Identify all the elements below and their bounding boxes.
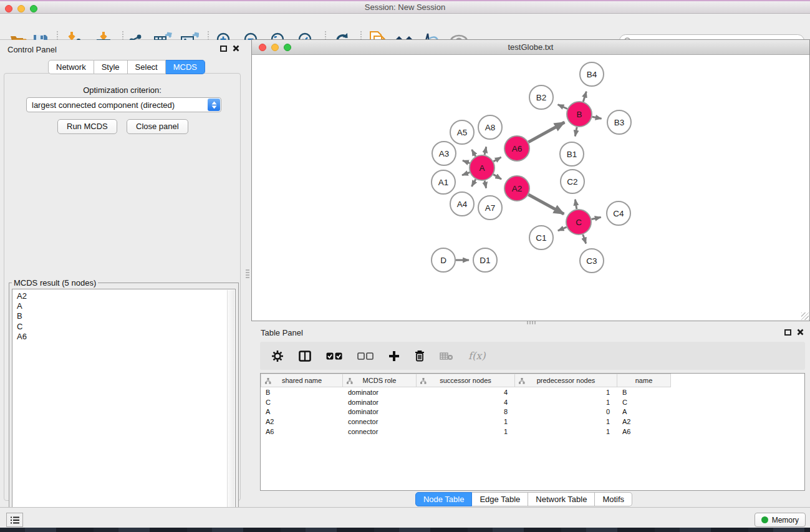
edge-A-A3[interactable] [463,160,470,163]
tab-mcds[interactable]: MCDS [166,60,205,74]
node-A1[interactable]: A1 [432,170,455,194]
column-header-successor-nodes[interactable]: successor nodes [417,374,515,387]
tab-style[interactable]: Style [94,60,128,74]
tab-select[interactable]: Select [128,60,166,74]
node-A3[interactable]: A3 [432,142,456,165]
column-header-name[interactable]: name [617,374,671,387]
edge-A-A6[interactable] [493,157,501,162]
table-row[interactable]: Bdominator41B [261,387,804,397]
cell-predecessor-nodes[interactable]: 1 [515,389,617,396]
edge-A-A1[interactable] [462,172,470,175]
edge-A2-C[interactable] [528,195,564,214]
column-header-predecessor-nodes[interactable]: predecessor nodes [515,374,617,387]
zoom-view-icon[interactable] [284,44,291,51]
cell-shared-name[interactable]: C [261,399,343,406]
edge-A-A8[interactable] [485,147,486,155]
node-A[interactable]: A [470,155,494,180]
column-layout-icon[interactable] [299,351,311,362]
cell-MCDS-role[interactable]: dominator [343,408,417,415]
mcds-result-item[interactable]: A [17,301,235,311]
cell-predecessor-nodes[interactable]: 1 [515,418,617,425]
table-header-row[interactable]: shared nameMCDS rolesuccessor nodesprede… [261,374,804,387]
cell-shared-name[interactable]: A [261,408,343,415]
node-A8[interactable]: A8 [478,115,502,139]
node-D[interactable]: D [432,248,455,272]
close-window-icon[interactable] [5,5,12,12]
cell-successor-nodes[interactable]: 8 [417,408,515,415]
node-B2[interactable]: B2 [529,85,553,109]
cell-predecessor-nodes[interactable]: 0 [515,408,617,415]
cell-name[interactable]: B [617,389,671,396]
window-controls[interactable] [5,5,37,12]
node-C2[interactable]: C2 [561,170,584,193]
node-A5[interactable]: A5 [450,120,474,144]
edge-A-A4[interactable] [471,179,475,186]
cell-shared-name[interactable]: A2 [261,418,343,425]
cell-MCDS-role[interactable]: dominator [343,389,417,396]
node-A2[interactable]: A2 [504,176,529,201]
task-history-button[interactable] [6,513,23,527]
zoom-window-icon[interactable] [30,5,37,12]
node-B4[interactable]: B4 [580,62,604,86]
node-C3[interactable]: C3 [580,249,604,273]
tab-edge-table[interactable]: Edge Table [472,492,528,506]
node-B1[interactable]: B1 [560,142,584,166]
edge-A-A7[interactable] [485,181,486,188]
table-row[interactable]: Adominator80A [261,407,804,417]
scrollbar-track[interactable] [227,290,234,532]
cell-shared-name[interactable]: B [261,389,343,396]
table-row[interactable]: A6connector11A6 [261,427,804,437]
delete-table-icon[interactable] [440,352,453,360]
node-A7[interactable]: A7 [478,196,502,220]
function-builder-icon[interactable]: f(x) [468,350,485,362]
minimize-view-icon[interactable] [271,44,279,51]
memory-button[interactable]: Memory [755,513,806,527]
edge-A6-B[interactable] [528,122,564,142]
table-body[interactable]: Bdominator41BCdominator41CAdominator80AA… [261,387,804,437]
delete-column-icon[interactable] [415,350,425,362]
mcds-result-item[interactable]: B [17,311,235,321]
edge-A-A5[interactable] [472,150,476,157]
tab-network[interactable]: Network [48,60,94,74]
table-row[interactable]: A2connector11A2 [261,417,804,427]
node-C[interactable]: C [566,210,591,235]
node-table[interactable]: shared nameMCDS rolesuccessor nodesprede… [260,373,805,491]
column-header-MCDS-role[interactable]: MCDS role [343,374,417,387]
cell-name[interactable]: C [617,399,671,406]
vertical-splitter[interactable] [244,40,251,507]
edge-B-B4[interactable] [583,92,586,102]
cell-successor-nodes[interactable]: 1 [417,418,515,425]
minimize-window-icon[interactable] [17,5,25,12]
cell-name[interactable]: A2 [617,418,671,425]
edge-A-A2[interactable] [493,175,501,180]
node-D1[interactable]: D1 [473,248,497,272]
node-A6[interactable]: A6 [504,136,529,161]
float-panel-icon[interactable] [784,329,791,336]
cell-predecessor-nodes[interactable]: 1 [515,428,617,435]
node-C1[interactable]: C1 [529,226,553,249]
mcds-result-list[interactable]: A2ABCA6 [12,289,236,532]
cell-name[interactable]: A [617,408,671,415]
cell-MCDS-role[interactable]: connector [343,428,417,435]
column-header-shared-name[interactable]: shared name [261,374,343,387]
cell-successor-nodes[interactable]: 1 [417,428,515,435]
cell-successor-nodes[interactable]: 4 [417,389,515,396]
mcds-result-item[interactable]: A2 [17,291,235,301]
network-window-titlebar[interactable]: testGlobe.txt [252,40,809,55]
node-B[interactable]: B [567,102,592,127]
tab-network-table[interactable]: Network Table [528,492,595,506]
add-column-icon[interactable] [388,351,400,362]
splitter-grip[interactable] [246,269,249,279]
table-row[interactable]: Cdominator41C [261,397,804,407]
tab-node-table[interactable]: Node Table [415,492,473,506]
node-A4[interactable]: A4 [450,192,474,216]
network-canvas[interactable]: B4B2BB3A8A5A6A3B1AC2A1A2A4A7C4CC1DC3D1 [252,55,809,320]
edge-C-C4[interactable] [592,217,601,219]
network-window-controls[interactable] [259,44,291,51]
network-graph[interactable]: B4B2BB3A8A5A6A3B1AC2A1A2A4A7C4CC1DC3D1 [252,55,809,320]
cell-shared-name[interactable]: A6 [261,428,343,435]
close-panel-button[interactable]: Close panel [127,119,188,134]
node-C4[interactable]: C4 [607,201,630,225]
node-B3[interactable]: B3 [607,110,631,134]
optimization-criterion-select[interactable]: largest connected component (directed) [26,97,221,112]
